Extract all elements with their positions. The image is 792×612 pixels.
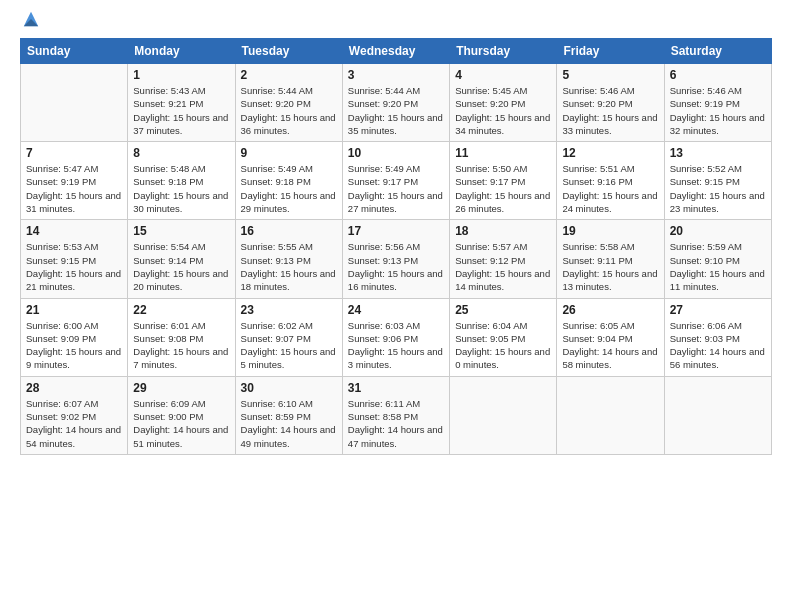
day-number: 29: [133, 381, 229, 395]
day-cell: 14Sunrise: 5:53 AM Sunset: 9:15 PM Dayli…: [21, 220, 128, 298]
day-number: 6: [670, 68, 766, 82]
day-number: 23: [241, 303, 337, 317]
header: [20, 18, 772, 28]
page: SundayMondayTuesdayWednesdayThursdayFrid…: [0, 0, 792, 612]
day-number: 31: [348, 381, 444, 395]
day-number: 21: [26, 303, 122, 317]
day-info: Sunrise: 6:03 AM Sunset: 9:06 PM Dayligh…: [348, 319, 444, 372]
day-number: 8: [133, 146, 229, 160]
day-cell: 10Sunrise: 5:49 AM Sunset: 9:17 PM Dayli…: [342, 142, 449, 220]
day-number: 16: [241, 224, 337, 238]
day-cell: 28Sunrise: 6:07 AM Sunset: 9:02 PM Dayli…: [21, 376, 128, 454]
day-cell: 19Sunrise: 5:58 AM Sunset: 9:11 PM Dayli…: [557, 220, 664, 298]
day-info: Sunrise: 5:59 AM Sunset: 9:10 PM Dayligh…: [670, 240, 766, 293]
day-number: 13: [670, 146, 766, 160]
weekday-header-row: SundayMondayTuesdayWednesdayThursdayFrid…: [21, 39, 772, 64]
day-info: Sunrise: 5:44 AM Sunset: 9:20 PM Dayligh…: [348, 84, 444, 137]
day-number: 26: [562, 303, 658, 317]
day-info: Sunrise: 5:56 AM Sunset: 9:13 PM Dayligh…: [348, 240, 444, 293]
day-cell: 4Sunrise: 5:45 AM Sunset: 9:20 PM Daylig…: [450, 64, 557, 142]
day-info: Sunrise: 6:10 AM Sunset: 8:59 PM Dayligh…: [241, 397, 337, 450]
day-number: 17: [348, 224, 444, 238]
day-cell: 5Sunrise: 5:46 AM Sunset: 9:20 PM Daylig…: [557, 64, 664, 142]
day-info: Sunrise: 5:55 AM Sunset: 9:13 PM Dayligh…: [241, 240, 337, 293]
day-cell: 21Sunrise: 6:00 AM Sunset: 9:09 PM Dayli…: [21, 298, 128, 376]
day-number: 14: [26, 224, 122, 238]
day-info: Sunrise: 5:46 AM Sunset: 9:19 PM Dayligh…: [670, 84, 766, 137]
day-info: Sunrise: 6:01 AM Sunset: 9:08 PM Dayligh…: [133, 319, 229, 372]
day-number: 28: [26, 381, 122, 395]
day-number: 5: [562, 68, 658, 82]
day-info: Sunrise: 5:47 AM Sunset: 9:19 PM Dayligh…: [26, 162, 122, 215]
day-cell: 29Sunrise: 6:09 AM Sunset: 9:00 PM Dayli…: [128, 376, 235, 454]
day-info: Sunrise: 6:11 AM Sunset: 8:58 PM Dayligh…: [348, 397, 444, 450]
day-info: Sunrise: 5:57 AM Sunset: 9:12 PM Dayligh…: [455, 240, 551, 293]
day-cell: 18Sunrise: 5:57 AM Sunset: 9:12 PM Dayli…: [450, 220, 557, 298]
week-row-5: 28Sunrise: 6:07 AM Sunset: 9:02 PM Dayli…: [21, 376, 772, 454]
day-info: Sunrise: 5:48 AM Sunset: 9:18 PM Dayligh…: [133, 162, 229, 215]
day-info: Sunrise: 6:07 AM Sunset: 9:02 PM Dayligh…: [26, 397, 122, 450]
day-number: 7: [26, 146, 122, 160]
week-row-1: 1Sunrise: 5:43 AM Sunset: 9:21 PM Daylig…: [21, 64, 772, 142]
day-number: 4: [455, 68, 551, 82]
logo: [20, 18, 40, 28]
day-number: 12: [562, 146, 658, 160]
day-number: 15: [133, 224, 229, 238]
day-cell: 30Sunrise: 6:10 AM Sunset: 8:59 PM Dayli…: [235, 376, 342, 454]
day-number: 10: [348, 146, 444, 160]
day-cell: 3Sunrise: 5:44 AM Sunset: 9:20 PM Daylig…: [342, 64, 449, 142]
day-number: 9: [241, 146, 337, 160]
day-info: Sunrise: 5:45 AM Sunset: 9:20 PM Dayligh…: [455, 84, 551, 137]
day-cell: 11Sunrise: 5:50 AM Sunset: 9:17 PM Dayli…: [450, 142, 557, 220]
day-info: Sunrise: 5:50 AM Sunset: 9:17 PM Dayligh…: [455, 162, 551, 215]
day-cell: 31Sunrise: 6:11 AM Sunset: 8:58 PM Dayli…: [342, 376, 449, 454]
calendar-table: SundayMondayTuesdayWednesdayThursdayFrid…: [20, 38, 772, 455]
day-info: Sunrise: 6:06 AM Sunset: 9:03 PM Dayligh…: [670, 319, 766, 372]
day-number: 2: [241, 68, 337, 82]
day-info: Sunrise: 5:43 AM Sunset: 9:21 PM Dayligh…: [133, 84, 229, 137]
day-info: Sunrise: 5:53 AM Sunset: 9:15 PM Dayligh…: [26, 240, 122, 293]
day-info: Sunrise: 6:00 AM Sunset: 9:09 PM Dayligh…: [26, 319, 122, 372]
day-cell: 25Sunrise: 6:04 AM Sunset: 9:05 PM Dayli…: [450, 298, 557, 376]
week-row-2: 7Sunrise: 5:47 AM Sunset: 9:19 PM Daylig…: [21, 142, 772, 220]
day-info: Sunrise: 6:02 AM Sunset: 9:07 PM Dayligh…: [241, 319, 337, 372]
day-cell: 22Sunrise: 6:01 AM Sunset: 9:08 PM Dayli…: [128, 298, 235, 376]
day-cell: 16Sunrise: 5:55 AM Sunset: 9:13 PM Dayli…: [235, 220, 342, 298]
weekday-header-tuesday: Tuesday: [235, 39, 342, 64]
day-info: Sunrise: 6:05 AM Sunset: 9:04 PM Dayligh…: [562, 319, 658, 372]
day-cell: 23Sunrise: 6:02 AM Sunset: 9:07 PM Dayli…: [235, 298, 342, 376]
day-info: Sunrise: 5:58 AM Sunset: 9:11 PM Dayligh…: [562, 240, 658, 293]
day-cell: 2Sunrise: 5:44 AM Sunset: 9:20 PM Daylig…: [235, 64, 342, 142]
day-number: 24: [348, 303, 444, 317]
day-number: 30: [241, 381, 337, 395]
day-cell: [664, 376, 771, 454]
day-info: Sunrise: 5:49 AM Sunset: 9:18 PM Dayligh…: [241, 162, 337, 215]
weekday-header-monday: Monday: [128, 39, 235, 64]
day-cell: 12Sunrise: 5:51 AM Sunset: 9:16 PM Dayli…: [557, 142, 664, 220]
weekday-header-thursday: Thursday: [450, 39, 557, 64]
day-number: 25: [455, 303, 551, 317]
day-number: 27: [670, 303, 766, 317]
day-cell: 13Sunrise: 5:52 AM Sunset: 9:15 PM Dayli…: [664, 142, 771, 220]
weekday-header-wednesday: Wednesday: [342, 39, 449, 64]
day-cell: 17Sunrise: 5:56 AM Sunset: 9:13 PM Dayli…: [342, 220, 449, 298]
weekday-header-saturday: Saturday: [664, 39, 771, 64]
day-info: Sunrise: 5:51 AM Sunset: 9:16 PM Dayligh…: [562, 162, 658, 215]
day-cell: [450, 376, 557, 454]
day-info: Sunrise: 5:54 AM Sunset: 9:14 PM Dayligh…: [133, 240, 229, 293]
day-cell: 9Sunrise: 5:49 AM Sunset: 9:18 PM Daylig…: [235, 142, 342, 220]
day-info: Sunrise: 5:46 AM Sunset: 9:20 PM Dayligh…: [562, 84, 658, 137]
logo-icon: [22, 10, 40, 28]
day-cell: 20Sunrise: 5:59 AM Sunset: 9:10 PM Dayli…: [664, 220, 771, 298]
day-number: 1: [133, 68, 229, 82]
day-info: Sunrise: 6:04 AM Sunset: 9:05 PM Dayligh…: [455, 319, 551, 372]
day-cell: 26Sunrise: 6:05 AM Sunset: 9:04 PM Dayli…: [557, 298, 664, 376]
day-number: 22: [133, 303, 229, 317]
day-cell: [557, 376, 664, 454]
day-cell: 1Sunrise: 5:43 AM Sunset: 9:21 PM Daylig…: [128, 64, 235, 142]
day-info: Sunrise: 5:52 AM Sunset: 9:15 PM Dayligh…: [670, 162, 766, 215]
day-cell: 6Sunrise: 5:46 AM Sunset: 9:19 PM Daylig…: [664, 64, 771, 142]
day-cell: 7Sunrise: 5:47 AM Sunset: 9:19 PM Daylig…: [21, 142, 128, 220]
day-number: 11: [455, 146, 551, 160]
day-info: Sunrise: 5:44 AM Sunset: 9:20 PM Dayligh…: [241, 84, 337, 137]
